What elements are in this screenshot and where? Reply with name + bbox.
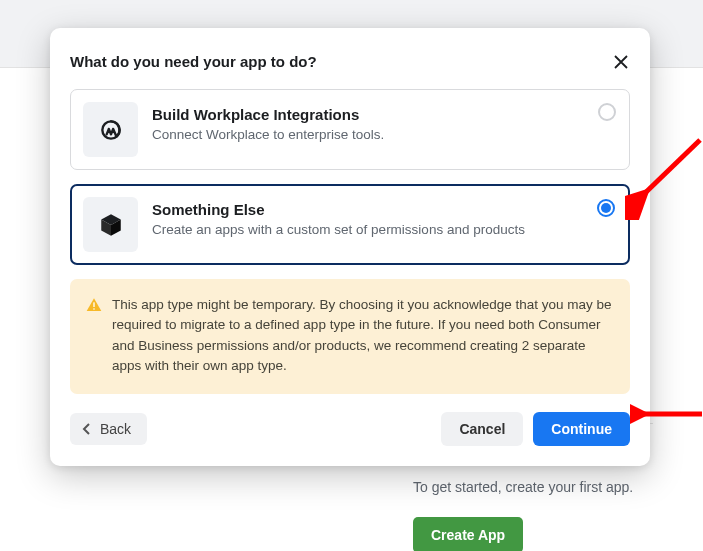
- option-title: Something Else: [152, 201, 615, 218]
- warning-text: This app type might be temporary. By cho…: [112, 295, 612, 376]
- modal-title: What do you need your app to do?: [70, 53, 317, 70]
- create-app-button[interactable]: Create App: [413, 517, 523, 551]
- option-title: Build Workplace Integrations: [152, 106, 615, 123]
- warning-banner: This app type might be temporary. By cho…: [70, 279, 630, 394]
- continue-button[interactable]: Continue: [533, 412, 630, 446]
- workplace-icon: [83, 102, 138, 157]
- cancel-button[interactable]: Cancel: [441, 412, 523, 446]
- radio-unselected[interactable]: [598, 103, 616, 121]
- modal-footer: Back Cancel Continue: [70, 412, 630, 446]
- back-button[interactable]: Back: [70, 413, 147, 445]
- option-text: Something Else Create an apps with a cus…: [152, 197, 615, 239]
- option-description: Create an apps with a custom set of perm…: [152, 221, 615, 239]
- chevron-left-icon: [82, 423, 92, 435]
- modal-header: What do you need your app to do?: [70, 53, 630, 71]
- close-button[interactable]: [612, 53, 630, 71]
- warning-icon: [86, 297, 102, 376]
- back-label: Back: [100, 421, 131, 437]
- close-icon: [613, 54, 629, 70]
- right-buttons: Cancel Continue: [441, 412, 630, 446]
- svg-rect-2: [93, 308, 94, 309]
- svg-rect-1: [93, 302, 94, 307]
- cube-icon: [83, 197, 138, 252]
- get-started-text: To get started, create your first app.: [413, 479, 653, 495]
- radio-selected[interactable]: [597, 199, 615, 217]
- option-something-else[interactable]: Something Else Create an apps with a cus…: [70, 184, 630, 265]
- option-description: Connect Workplace to enterprise tools.: [152, 126, 615, 144]
- option-workplace-integrations[interactable]: Build Workplace Integrations Connect Wor…: [70, 89, 630, 170]
- app-type-modal: What do you need your app to do? Build W…: [50, 28, 650, 466]
- option-text: Build Workplace Integrations Connect Wor…: [152, 102, 615, 144]
